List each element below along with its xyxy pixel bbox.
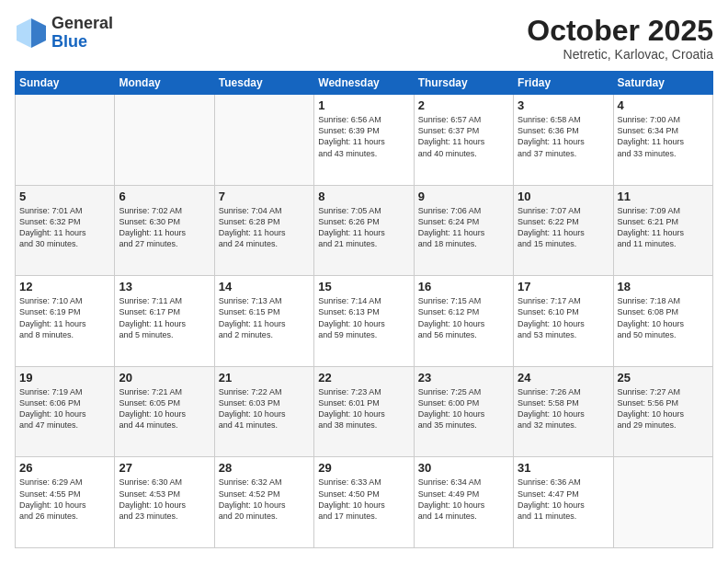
calendar-week-row: 19Sunrise: 7:19 AM Sunset: 6:06 PM Dayli…: [16, 366, 713, 457]
table-row: 21Sunrise: 7:22 AM Sunset: 6:03 PM Dayli…: [214, 366, 313, 457]
day-number: 16: [418, 280, 509, 293]
table-row: 18Sunrise: 7:18 AM Sunset: 6:08 PM Dayli…: [613, 276, 712, 367]
day-number: 15: [318, 280, 409, 293]
table-row: 24Sunrise: 7:26 AM Sunset: 5:58 PM Dayli…: [514, 366, 613, 457]
svg-marker-1: [31, 18, 46, 48]
day-info: Sunrise: 7:19 AM Sunset: 6:06 PM Dayligh…: [19, 386, 110, 431]
header-tuesday: Tuesday: [214, 72, 313, 95]
day-number: 4: [618, 98, 709, 112]
table-row: 17Sunrise: 7:17 AM Sunset: 6:10 PM Dayli…: [514, 276, 613, 367]
day-number: 14: [219, 280, 310, 293]
day-number: 20: [119, 371, 210, 385]
day-info: Sunrise: 7:23 AM Sunset: 6:01 PM Dayligh…: [318, 386, 409, 431]
day-number: 13: [119, 280, 210, 293]
table-row: 12Sunrise: 7:10 AM Sunset: 6:19 PM Dayli…: [16, 276, 115, 367]
month-title: October 2025: [527, 15, 713, 47]
day-info: Sunrise: 7:22 AM Sunset: 6:03 PM Dayligh…: [219, 386, 310, 431]
calendar-week-row: 26Sunrise: 6:29 AM Sunset: 4:55 PM Dayli…: [16, 457, 713, 548]
day-number: 21: [219, 371, 310, 385]
table-row: 8Sunrise: 7:05 AM Sunset: 6:26 PM Daylig…: [314, 185, 414, 276]
location: Netretic, Karlovac, Croatia: [527, 47, 713, 62]
day-number: 12: [19, 280, 110, 293]
table-row: 6Sunrise: 7:02 AM Sunset: 6:30 PM Daylig…: [115, 185, 214, 276]
day-info: Sunrise: 7:27 AM Sunset: 5:56 PM Dayligh…: [618, 386, 709, 431]
weekday-header-row: Sunday Monday Tuesday Wednesday Thursday…: [16, 72, 713, 95]
day-number: 10: [518, 190, 609, 203]
table-row: 10Sunrise: 7:07 AM Sunset: 6:22 PM Dayli…: [514, 185, 613, 276]
day-number: 28: [219, 461, 310, 475]
table-row: 13Sunrise: 7:11 AM Sunset: 6:17 PM Dayli…: [115, 276, 214, 367]
day-number: 17: [518, 280, 609, 293]
logo-general: General: [51, 14, 113, 32]
day-number: 2: [418, 98, 509, 112]
day-number: 6: [119, 190, 210, 203]
day-number: 7: [219, 190, 310, 203]
logo-icon: [15, 17, 48, 50]
day-info: Sunrise: 7:17 AM Sunset: 6:10 PM Dayligh…: [518, 295, 609, 340]
day-number: 25: [618, 371, 709, 385]
day-info: Sunrise: 7:09 AM Sunset: 6:21 PM Dayligh…: [618, 205, 709, 250]
title-block: October 2025 Netretic, Karlovac, Croatia: [527, 15, 713, 62]
day-info: Sunrise: 7:11 AM Sunset: 6:17 PM Dayligh…: [119, 295, 210, 340]
table-row: 15Sunrise: 7:14 AM Sunset: 6:13 PM Dayli…: [314, 276, 414, 367]
table-row: 11Sunrise: 7:09 AM Sunset: 6:21 PM Dayli…: [613, 185, 712, 276]
day-info: Sunrise: 7:18 AM Sunset: 6:08 PM Dayligh…: [618, 295, 709, 340]
header-thursday: Thursday: [414, 72, 513, 95]
day-info: Sunrise: 6:30 AM Sunset: 4:53 PM Dayligh…: [119, 477, 210, 522]
table-row: 31Sunrise: 6:36 AM Sunset: 4:47 PM Dayli…: [514, 457, 613, 548]
day-number: 31: [518, 461, 609, 475]
day-info: Sunrise: 6:57 AM Sunset: 6:37 PM Dayligh…: [418, 114, 509, 159]
table-row: 14Sunrise: 7:13 AM Sunset: 6:15 PM Dayli…: [214, 276, 313, 367]
logo-blue: Blue: [51, 32, 87, 51]
day-info: Sunrise: 7:25 AM Sunset: 6:00 PM Dayligh…: [418, 386, 509, 431]
calendar-page: General Blue October 2025 Netretic, Karl…: [0, 0, 728, 563]
day-info: Sunrise: 6:56 AM Sunset: 6:39 PM Dayligh…: [318, 114, 409, 159]
day-info: Sunrise: 7:13 AM Sunset: 6:15 PM Dayligh…: [219, 295, 310, 340]
day-info: Sunrise: 7:05 AM Sunset: 6:26 PM Dayligh…: [318, 205, 409, 250]
day-number: 24: [518, 371, 609, 385]
day-info: Sunrise: 6:32 AM Sunset: 4:52 PM Dayligh…: [219, 477, 310, 522]
day-info: Sunrise: 7:26 AM Sunset: 5:58 PM Dayligh…: [518, 386, 609, 431]
day-number: 29: [318, 461, 409, 475]
day-info: Sunrise: 6:34 AM Sunset: 4:49 PM Dayligh…: [418, 477, 509, 522]
page-header: General Blue October 2025 Netretic, Karl…: [15, 15, 713, 62]
day-info: Sunrise: 7:15 AM Sunset: 6:12 PM Dayligh…: [418, 295, 509, 340]
table-row: 16Sunrise: 7:15 AM Sunset: 6:12 PM Dayli…: [414, 276, 513, 367]
day-number: 19: [19, 371, 110, 385]
table-row: 5Sunrise: 7:01 AM Sunset: 6:32 PM Daylig…: [16, 185, 115, 276]
svg-marker-2: [17, 18, 31, 48]
table-row: 2Sunrise: 6:57 AM Sunset: 6:37 PM Daylig…: [414, 95, 513, 186]
day-number: 30: [418, 461, 509, 475]
day-info: Sunrise: 6:58 AM Sunset: 6:36 PM Dayligh…: [518, 114, 609, 159]
table-row: 26Sunrise: 6:29 AM Sunset: 4:55 PM Dayli…: [16, 457, 115, 548]
table-row: 3Sunrise: 6:58 AM Sunset: 6:36 PM Daylig…: [514, 95, 613, 186]
table-row: 30Sunrise: 6:34 AM Sunset: 4:49 PM Dayli…: [414, 457, 513, 548]
day-number: 23: [418, 371, 509, 385]
day-info: Sunrise: 7:07 AM Sunset: 6:22 PM Dayligh…: [518, 205, 609, 250]
day-number: 8: [318, 190, 409, 203]
table-row: 1Sunrise: 6:56 AM Sunset: 6:39 PM Daylig…: [314, 95, 414, 186]
header-saturday: Saturday: [613, 72, 712, 95]
table-row: 22Sunrise: 7:23 AM Sunset: 6:01 PM Dayli…: [314, 366, 414, 457]
table-row: 28Sunrise: 6:32 AM Sunset: 4:52 PM Dayli…: [214, 457, 313, 548]
day-info: Sunrise: 6:33 AM Sunset: 4:50 PM Dayligh…: [318, 477, 409, 522]
day-number: 27: [119, 461, 210, 475]
table-row: 27Sunrise: 6:30 AM Sunset: 4:53 PM Dayli…: [115, 457, 214, 548]
table-row: [115, 95, 214, 186]
logo-text: General Blue: [51, 15, 113, 52]
header-monday: Monday: [115, 72, 214, 95]
table-row: 29Sunrise: 6:33 AM Sunset: 4:50 PM Dayli…: [314, 457, 414, 548]
day-number: 26: [19, 461, 110, 475]
day-number: 3: [518, 98, 609, 112]
calendar-week-row: 5Sunrise: 7:01 AM Sunset: 6:32 PM Daylig…: [16, 185, 713, 276]
day-number: 11: [618, 190, 709, 203]
day-info: Sunrise: 7:21 AM Sunset: 6:05 PM Dayligh…: [119, 386, 210, 431]
header-friday: Friday: [514, 72, 613, 95]
table-row: 19Sunrise: 7:19 AM Sunset: 6:06 PM Dayli…: [16, 366, 115, 457]
table-row: 7Sunrise: 7:04 AM Sunset: 6:28 PM Daylig…: [214, 185, 313, 276]
day-info: Sunrise: 7:04 AM Sunset: 6:28 PM Dayligh…: [219, 205, 310, 250]
header-sunday: Sunday: [16, 72, 115, 95]
day-info: Sunrise: 7:00 AM Sunset: 6:34 PM Dayligh…: [618, 114, 709, 159]
day-info: Sunrise: 6:29 AM Sunset: 4:55 PM Dayligh…: [19, 477, 110, 522]
table-row: 9Sunrise: 7:06 AM Sunset: 6:24 PM Daylig…: [414, 185, 513, 276]
